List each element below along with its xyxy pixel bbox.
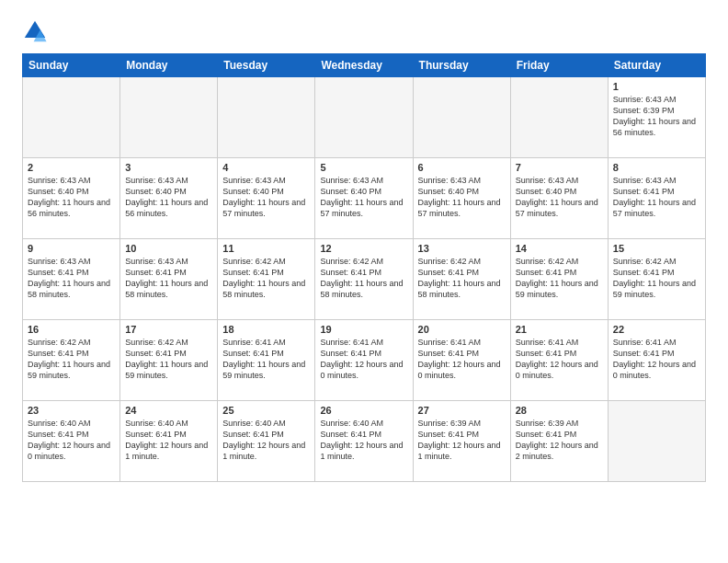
cell-info: Sunrise: 6:43 AMSunset: 6:40 PMDaylight:… [222,175,310,220]
calendar-day-header: Thursday [413,54,510,77]
day-number: 3 [125,162,212,173]
day-number: 20 [418,324,506,335]
calendar-cell: 18Sunrise: 6:41 AMSunset: 6:41 PMDayligh… [218,320,315,401]
calendar-cell: 15Sunrise: 6:42 AMSunset: 6:41 PMDayligh… [608,239,705,320]
calendar-day-header: Monday [120,54,218,77]
calendar-cell [315,77,413,158]
day-number: 11 [222,243,310,254]
calendar-cell: 9Sunrise: 6:43 AMSunset: 6:41 PMDaylight… [23,239,120,320]
cell-info: Sunrise: 6:42 AMSunset: 6:41 PMDaylight:… [613,256,700,301]
calendar-cell: 16Sunrise: 6:42 AMSunset: 6:41 PMDayligh… [23,320,120,401]
cell-info: Sunrise: 6:41 AMSunset: 6:41 PMDaylight:… [516,337,603,382]
cell-info: Sunrise: 6:42 AMSunset: 6:41 PMDaylight:… [418,256,506,301]
day-number: 13 [418,243,506,254]
day-number: 8 [613,162,700,173]
calendar-day-header: Tuesday [218,54,315,77]
cell-info: Sunrise: 6:41 AMSunset: 6:41 PMDaylight:… [613,337,700,382]
calendar-cell: 5Sunrise: 6:43 AMSunset: 6:40 PMDaylight… [315,158,413,239]
day-number: 26 [320,405,407,416]
calendar-cell: 23Sunrise: 6:40 AMSunset: 6:41 PMDayligh… [23,401,120,482]
calendar-cell: 26Sunrise: 6:40 AMSunset: 6:41 PMDayligh… [315,401,413,482]
calendar-cell: 20Sunrise: 6:41 AMSunset: 6:41 PMDayligh… [413,320,510,401]
calendar-cell: 6Sunrise: 6:43 AMSunset: 6:40 PMDaylight… [413,158,510,239]
calendar-cell: 27Sunrise: 6:39 AMSunset: 6:41 PMDayligh… [413,401,510,482]
calendar-day-header: Friday [510,54,608,77]
cell-info: Sunrise: 6:43 AMSunset: 6:40 PMDaylight:… [516,175,603,220]
calendar: SundayMondayTuesdayWednesdayThursdayFrid… [22,53,706,482]
calendar-cell: 12Sunrise: 6:42 AMSunset: 6:41 PMDayligh… [315,239,413,320]
calendar-cell [608,401,705,482]
cell-info: Sunrise: 6:42 AMSunset: 6:41 PMDaylight:… [222,256,310,301]
day-number: 7 [516,162,603,173]
calendar-cell: 21Sunrise: 6:41 AMSunset: 6:41 PMDayligh… [510,320,608,401]
cell-info: Sunrise: 6:43 AMSunset: 6:40 PMDaylight:… [320,175,407,220]
logo [22,18,51,44]
header [22,18,706,44]
cell-info: Sunrise: 6:41 AMSunset: 6:41 PMDaylight:… [222,337,310,382]
calendar-cell [23,77,120,158]
day-number: 6 [418,162,506,173]
day-number: 18 [222,324,310,335]
cell-info: Sunrise: 6:43 AMSunset: 6:40 PMDaylight:… [28,175,115,220]
cell-info: Sunrise: 6:43 AMSunset: 6:41 PMDaylight:… [613,175,700,220]
day-number: 25 [222,405,310,416]
day-number: 15 [613,243,700,254]
day-number: 4 [222,162,310,173]
calendar-week-row: 1Sunrise: 6:43 AMSunset: 6:39 PMDaylight… [23,77,706,158]
calendar-cell: 25Sunrise: 6:40 AMSunset: 6:41 PMDayligh… [218,401,315,482]
calendar-cell: 24Sunrise: 6:40 AMSunset: 6:41 PMDayligh… [120,401,218,482]
calendar-day-header: Sunday [23,54,120,77]
calendar-week-row: 9Sunrise: 6:43 AMSunset: 6:41 PMDaylight… [23,239,706,320]
cell-info: Sunrise: 6:41 AMSunset: 6:41 PMDaylight:… [418,337,506,382]
calendar-cell: 14Sunrise: 6:42 AMSunset: 6:41 PMDayligh… [510,239,608,320]
cell-info: Sunrise: 6:40 AMSunset: 6:41 PMDaylight:… [28,418,115,463]
day-number: 14 [516,243,603,254]
calendar-week-row: 23Sunrise: 6:40 AMSunset: 6:41 PMDayligh… [23,401,706,482]
day-number: 12 [320,243,407,254]
calendar-cell: 10Sunrise: 6:43 AMSunset: 6:41 PMDayligh… [120,239,218,320]
cell-info: Sunrise: 6:39 AMSunset: 6:41 PMDaylight:… [418,418,506,463]
day-number: 17 [125,324,212,335]
day-number: 21 [516,324,603,335]
cell-info: Sunrise: 6:42 AMSunset: 6:41 PMDaylight:… [125,337,212,382]
calendar-day-header: Saturday [608,54,705,77]
cell-info: Sunrise: 6:40 AMSunset: 6:41 PMDaylight:… [125,418,212,463]
cell-info: Sunrise: 6:39 AMSunset: 6:41 PMDaylight:… [516,418,603,463]
cell-info: Sunrise: 6:43 AMSunset: 6:39 PMDaylight:… [613,94,700,139]
day-number: 2 [28,162,115,173]
calendar-week-row: 2Sunrise: 6:43 AMSunset: 6:40 PMDaylight… [23,158,706,239]
cell-info: Sunrise: 6:43 AMSunset: 6:40 PMDaylight:… [418,175,506,220]
calendar-cell [510,77,608,158]
calendar-cell: 3Sunrise: 6:43 AMSunset: 6:40 PMDaylight… [120,158,218,239]
calendar-week-row: 16Sunrise: 6:42 AMSunset: 6:41 PMDayligh… [23,320,706,401]
day-number: 27 [418,405,506,416]
calendar-cell: 28Sunrise: 6:39 AMSunset: 6:41 PMDayligh… [510,401,608,482]
day-number: 28 [516,405,603,416]
cell-info: Sunrise: 6:43 AMSunset: 6:41 PMDaylight:… [28,256,115,301]
cell-info: Sunrise: 6:42 AMSunset: 6:41 PMDaylight:… [516,256,603,301]
calendar-cell [413,77,510,158]
calendar-cell: 2Sunrise: 6:43 AMSunset: 6:40 PMDaylight… [23,158,120,239]
day-number: 16 [28,324,115,335]
day-number: 5 [320,162,407,173]
day-number: 1 [613,81,700,92]
calendar-cell [120,77,218,158]
page: SundayMondayTuesdayWednesdayThursdayFrid… [0,0,728,493]
calendar-cell: 13Sunrise: 6:42 AMSunset: 6:41 PMDayligh… [413,239,510,320]
calendar-cell: 11Sunrise: 6:42 AMSunset: 6:41 PMDayligh… [218,239,315,320]
calendar-cell: 1Sunrise: 6:43 AMSunset: 6:39 PMDaylight… [608,77,705,158]
cell-info: Sunrise: 6:40 AMSunset: 6:41 PMDaylight:… [320,418,407,463]
cell-info: Sunrise: 6:40 AMSunset: 6:41 PMDaylight:… [222,418,310,463]
cell-info: Sunrise: 6:43 AMSunset: 6:40 PMDaylight:… [125,175,212,220]
calendar-cell: 17Sunrise: 6:42 AMSunset: 6:41 PMDayligh… [120,320,218,401]
day-number: 9 [28,243,115,254]
cell-info: Sunrise: 6:43 AMSunset: 6:41 PMDaylight:… [125,256,212,301]
calendar-cell: 8Sunrise: 6:43 AMSunset: 6:41 PMDaylight… [608,158,705,239]
calendar-header-row: SundayMondayTuesdayWednesdayThursdayFrid… [23,54,706,77]
calendar-cell: 19Sunrise: 6:41 AMSunset: 6:41 PMDayligh… [315,320,413,401]
cell-info: Sunrise: 6:42 AMSunset: 6:41 PMDaylight:… [320,256,407,301]
calendar-cell [218,77,315,158]
cell-info: Sunrise: 6:42 AMSunset: 6:41 PMDaylight:… [28,337,115,382]
day-number: 23 [28,405,115,416]
logo-icon [22,18,48,44]
